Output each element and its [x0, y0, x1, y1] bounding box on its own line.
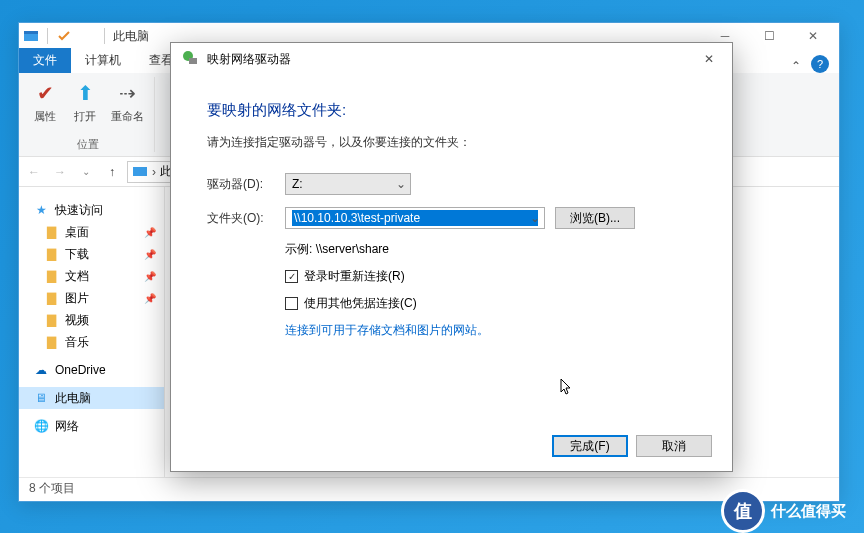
navigation-pane: ★快速访问 ▇桌面📌 ▇下载📌 ▇文档📌 ▇图片📌 ▇视频 ▇音乐 ☁OneDr… — [19, 187, 165, 477]
example-text: 示例: \\server\share — [285, 241, 696, 258]
folder-icon: ▇ — [43, 246, 59, 262]
item-count: 8 个项目 — [29, 480, 75, 497]
nav-up-button[interactable]: ↑ — [101, 161, 123, 183]
dialog-instruction: 请为连接指定驱动器号，以及你要连接的文件夹： — [207, 134, 696, 151]
pin-icon: 📌 — [144, 227, 156, 238]
star-icon: ★ — [33, 202, 49, 218]
sidebar-item-documents[interactable]: ▇文档📌 — [19, 265, 164, 287]
folder-icon: ▇ — [43, 312, 59, 328]
pin-icon: 📌 — [144, 293, 156, 304]
folder-input[interactable]: ⌄ — [285, 207, 545, 229]
pin-icon: 📌 — [144, 249, 156, 260]
dialog-titlebar: 映射网络驱动器 ✕ — [171, 43, 732, 75]
browse-button[interactable]: 浏览(B)... — [555, 207, 635, 229]
cloud-icon: ☁ — [33, 362, 49, 378]
folder-icon: ▇ — [43, 268, 59, 284]
folder-icon: ▇ — [43, 290, 59, 306]
open-icon: ⬆ — [71, 79, 99, 107]
status-bar: 8 个项目 — [19, 477, 839, 499]
drive-select[interactable]: Z:⌄ — [285, 173, 411, 195]
app-icon — [23, 28, 39, 44]
network-icon: 🌐 — [33, 418, 49, 434]
dialog-heading: 要映射的网络文件夹: — [207, 101, 696, 120]
chevron-down-icon: ⌄ — [396, 177, 406, 191]
other-credentials-checkbox[interactable]: 使用其他凭据连接(C) — [285, 295, 696, 312]
sidebar-item-onedrive[interactable]: ☁OneDrive — [19, 359, 164, 381]
globe-drive-icon — [181, 49, 199, 70]
folder-icon: ▇ — [43, 334, 59, 350]
sidebar-item-quick-access[interactable]: ★快速访问 — [19, 199, 164, 221]
check-icon[interactable] — [56, 28, 72, 44]
tab-file[interactable]: 文件 — [19, 48, 71, 73]
reconnect-checkbox[interactable]: ✓ 登录时重新连接(R) — [285, 268, 696, 285]
sidebar-item-music[interactable]: ▇音乐 — [19, 331, 164, 353]
svg-rect-1 — [24, 31, 38, 34]
finish-button[interactable]: 完成(F) — [552, 435, 628, 457]
help-button[interactable]: ? — [811, 55, 829, 73]
nav-back-button[interactable]: ← — [23, 161, 45, 183]
connect-website-link[interactable]: 连接到可用于存储文档和图片的网站。 — [285, 322, 696, 339]
chevron-down-icon: ⌄ — [530, 211, 540, 225]
checkbox-unchecked-icon — [285, 297, 298, 310]
sidebar-item-desktop[interactable]: ▇桌面📌 — [19, 221, 164, 243]
sidebar-item-downloads[interactable]: ▇下载📌 — [19, 243, 164, 265]
pc-icon — [132, 164, 148, 180]
sidebar-item-network[interactable]: 🌐网络 — [19, 415, 164, 437]
ribbon-group-location: 位置 — [77, 137, 99, 152]
dialog-title: 映射网络驱动器 — [207, 51, 291, 68]
ribbon-collapse-icon[interactable]: ⌃ — [791, 59, 801, 73]
svg-rect-2 — [133, 167, 147, 176]
drive-label: 驱动器(D): — [207, 176, 285, 193]
cursor-icon — [560, 378, 574, 399]
nav-history-button[interactable]: ⌄ — [75, 161, 97, 183]
watermark-logo: 值 — [721, 489, 765, 533]
rename-button[interactable]: ⇢ 重命名 — [105, 77, 150, 126]
maximize-button[interactable]: ☐ — [747, 23, 791, 49]
checkbox-checked-icon: ✓ — [285, 270, 298, 283]
watermark-text: 什么值得买 — [771, 502, 846, 521]
pc-icon: 🖥 — [33, 390, 49, 406]
close-button[interactable]: ✕ — [791, 23, 835, 49]
check-large-icon: ✔ — [31, 79, 59, 107]
dialog-close-button[interactable]: ✕ — [696, 46, 722, 72]
map-network-drive-dialog: 映射网络驱动器 ✕ 要映射的网络文件夹: 请为连接指定驱动器号，以及你要连接的文… — [170, 42, 733, 472]
folder-label: 文件夹(O): — [207, 210, 285, 227]
rename-icon: ⇢ — [114, 79, 142, 107]
open-button[interactable]: ⬆ 打开 — [65, 77, 105, 126]
pin-icon: 📌 — [144, 271, 156, 282]
sidebar-item-pictures[interactable]: ▇图片📌 — [19, 287, 164, 309]
watermark: 值 什么值得买 — [721, 489, 846, 533]
blank-icon[interactable] — [80, 28, 96, 44]
sidebar-item-videos[interactable]: ▇视频 — [19, 309, 164, 331]
sidebar-item-this-pc[interactable]: 🖥此电脑 — [19, 387, 164, 409]
nav-forward-button[interactable]: → — [49, 161, 71, 183]
tab-computer[interactable]: 计算机 — [71, 48, 135, 73]
cancel-button[interactable]: 取消 — [636, 435, 712, 457]
folder-path-field[interactable] — [292, 210, 538, 226]
folder-icon: ▇ — [43, 224, 59, 240]
properties-button[interactable]: ✔ 属性 — [25, 77, 65, 126]
svg-rect-4 — [189, 58, 197, 64]
